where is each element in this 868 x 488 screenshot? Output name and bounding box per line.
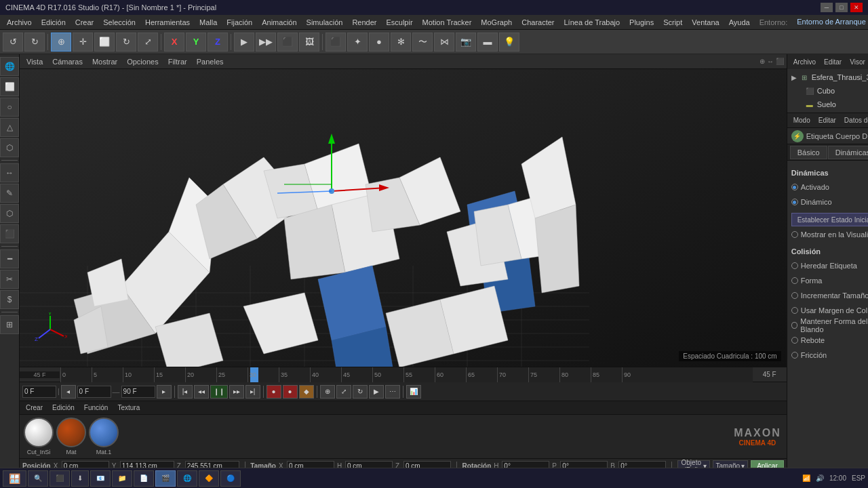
tr-pos[interactable]: ⊕ xyxy=(320,385,335,399)
record-pos-button[interactable]: ● xyxy=(283,385,298,399)
camera-button[interactable]: 📷 xyxy=(456,33,476,52)
pts-modo[interactable]: Modo xyxy=(790,116,814,125)
obj-expand-1[interactable]: ▶ xyxy=(791,74,797,81)
prev-frame-button[interactable]: ◂ xyxy=(61,385,76,399)
start-frame-input[interactable] xyxy=(77,386,111,398)
dinamico-radio[interactable] xyxy=(791,199,798,205)
lt-btn-12[interactable]: $ xyxy=(0,290,19,309)
tab-dinamicas[interactable]: Dinámicas xyxy=(828,146,868,159)
render-preview[interactable]: ▶ xyxy=(234,33,254,52)
menu-script[interactable]: Script xyxy=(659,17,686,28)
mostrar-radio[interactable] xyxy=(791,231,798,238)
viewport[interactable]: Perspectiva xyxy=(20,69,787,367)
lt-btn-13[interactable]: ⊞ xyxy=(0,315,19,334)
pts-datos[interactable]: Datos de Usuario xyxy=(841,116,868,125)
spline-button[interactable]: 〜 xyxy=(412,33,433,52)
menu-plugins[interactable]: Plugins xyxy=(625,17,658,28)
rebote-radio[interactable] xyxy=(791,337,798,344)
menu-motion[interactable]: Motion Tracker xyxy=(418,17,476,28)
lt-btn-7[interactable]: ✎ xyxy=(0,184,19,203)
end-frame-input[interactable] xyxy=(121,386,155,398)
scene-obj-cubo[interactable]: ⬛ Cubo ✓ ◎ xyxy=(789,84,868,98)
tb-explorer[interactable]: 📁 xyxy=(112,470,132,487)
vt-paneles[interactable]: Paneles xyxy=(193,57,228,66)
menu-archivo[interactable]: Archivo xyxy=(3,17,36,28)
scene-obj-suelo[interactable]: ▬ Suelo ✓ ◎ xyxy=(789,98,868,111)
go-start-button[interactable]: |◂ xyxy=(178,385,193,399)
lt-btn-10[interactable]: ━ xyxy=(0,249,19,268)
lt-btn-11[interactable]: ✂ xyxy=(0,270,19,289)
menu-ventana[interactable]: Ventana xyxy=(688,17,723,28)
lt-btn-9[interactable]: ⬛ xyxy=(0,224,19,243)
tr-rot[interactable]: ↻ xyxy=(353,385,368,399)
start-button[interactable]: 🪟 xyxy=(3,470,26,487)
play-back-button[interactable]: ◂◂ xyxy=(194,385,209,399)
heredar-radio[interactable] xyxy=(791,262,798,269)
mat-textura[interactable]: Textura xyxy=(114,403,143,412)
tb-app2[interactable]: 🔵 xyxy=(220,470,241,487)
scale-tool[interactable]: ⤢ xyxy=(138,33,158,52)
deformer-button[interactable]: ✻ xyxy=(391,33,411,52)
menu-render[interactable]: Render xyxy=(348,17,380,28)
mat-crear[interactable]: Crear xyxy=(22,403,46,412)
nurbs-button[interactable]: ⋈ xyxy=(434,33,454,52)
tr-more[interactable]: ⋯ xyxy=(385,385,400,399)
mat-edicion[interactable]: Edición xyxy=(49,403,78,412)
cube-tool[interactable]: ⬜ xyxy=(94,33,115,52)
vt-camaras[interactable]: Cámaras xyxy=(48,57,87,66)
y-axis-button[interactable]: Y xyxy=(186,33,206,52)
mat-item-1[interactable]: Cut_InSi xyxy=(24,418,54,455)
move-tool[interactable]: ✛ xyxy=(73,33,93,52)
menu-ayuda[interactable]: Ayuda xyxy=(725,17,754,28)
tr-play[interactable]: ▶ xyxy=(369,385,384,399)
lt-btn-3[interactable]: ○ xyxy=(0,98,19,117)
tb-cinema4d[interactable]: 🎬 xyxy=(155,470,176,487)
select-tool[interactable]: ⊕ xyxy=(51,33,71,52)
lt-btn-1[interactable]: 🌐 xyxy=(0,57,19,76)
menu-simulacion[interactable]: Simulación xyxy=(302,17,347,28)
undo-button[interactable]: ↺ xyxy=(3,33,23,52)
vt-vista[interactable]: Vista xyxy=(22,57,47,66)
mat-item-2[interactable]: Mat xyxy=(56,418,86,455)
lt-btn-2[interactable]: ⬜ xyxy=(0,77,19,96)
menu-linea[interactable]: Línea de Trabajo xyxy=(560,17,625,28)
go-end-button[interactable]: ▸| xyxy=(245,385,260,399)
close-button[interactable]: ✕ xyxy=(850,3,863,12)
menu-character[interactable]: Character xyxy=(517,17,558,28)
task-view[interactable]: ⬛ xyxy=(50,470,70,487)
record-button[interactable]: ● xyxy=(267,385,281,399)
menu-mograph[interactable]: MoGraph xyxy=(477,17,516,28)
lt-btn-4[interactable]: △ xyxy=(0,118,19,137)
tb-chrome[interactable]: 🌐 xyxy=(177,470,197,487)
keyframe-button[interactable]: ◆ xyxy=(299,385,314,399)
menu-esculpir[interactable]: Esculpir xyxy=(382,17,416,28)
menu-edicion[interactable]: Edición xyxy=(37,17,70,28)
activado-radio[interactable] xyxy=(791,184,798,190)
timeline-ruler[interactable]: 0 5 10 15 20 25 30 35 40 45 50 55 60 65 … xyxy=(60,367,753,382)
pts-editar[interactable]: Editar xyxy=(815,116,840,125)
redo-button[interactable]: ↻ xyxy=(24,33,45,52)
rotate-tool[interactable]: ↻ xyxy=(116,33,136,52)
lt-btn-6[interactable]: ↔ xyxy=(0,163,19,182)
vt-opciones[interactable]: Opciones xyxy=(123,57,162,66)
sp-visor[interactable]: Visor xyxy=(846,58,868,66)
menu-malla[interactable]: Malla xyxy=(195,17,221,28)
scene-obj-esfera[interactable]: ▶ ⊞ Esfera_Thrausi_30 ✓ ◎ ✕ xyxy=(789,70,868,84)
tb-docs[interactable]: 📄 xyxy=(134,470,154,487)
floor-button[interactable]: ▬ xyxy=(477,33,498,52)
menu-entorno-value[interactable]: Entorno de Arranque ▾ xyxy=(793,16,868,28)
light-rig[interactable]: 💡 xyxy=(499,33,519,52)
vt-mostrar[interactable]: Mostrar xyxy=(88,57,121,66)
render-to-picture[interactable]: 🖼 xyxy=(299,33,319,52)
tr-scale[interactable]: ⤢ xyxy=(336,385,351,399)
lt-btn-8[interactable]: ⬡ xyxy=(0,204,19,223)
maximize-button[interactable]: □ xyxy=(835,3,848,12)
mat-funcion[interactable]: Función xyxy=(81,403,112,412)
establecer-button[interactable]: Establecer Estado Inicial xyxy=(791,213,868,226)
menu-animacion[interactable]: Animación xyxy=(258,17,300,28)
search-taskbar[interactable]: 🔍 xyxy=(28,470,48,487)
incrementar-radio[interactable] xyxy=(791,292,798,299)
x-axis-button[interactable]: X xyxy=(164,33,184,52)
menu-herramientas[interactable]: Herramientas xyxy=(141,17,194,28)
tab-basico[interactable]: Básico xyxy=(790,146,827,159)
